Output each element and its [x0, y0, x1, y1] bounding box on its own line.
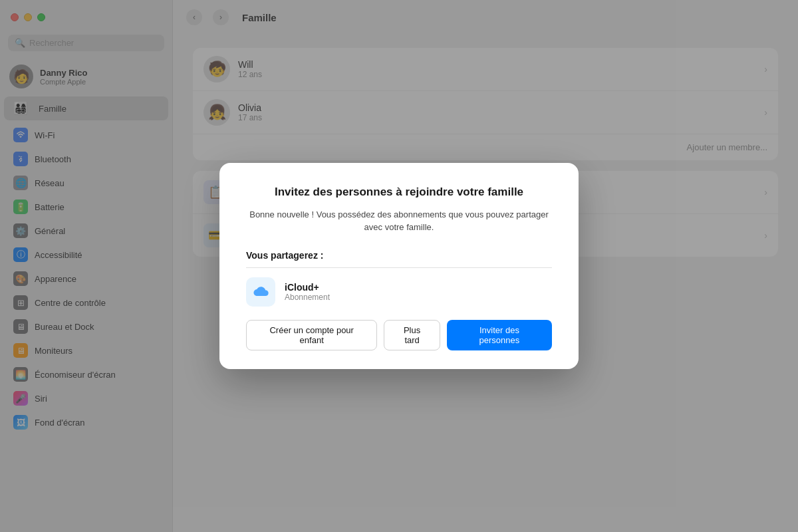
modal-overlay: Invitez des personnes à rejoindre votre …	[0, 0, 798, 532]
invite-button[interactable]: Inviter des personnes	[447, 320, 552, 350]
icloud-name: iCloud+	[285, 282, 330, 293]
icloud-info: iCloud+ Abonnement	[285, 282, 330, 302]
modal-title: Invitez des personnes à rejoindre votre …	[246, 184, 552, 200]
modal-item-icloud: iCloud+ Abonnement	[246, 277, 552, 307]
create-child-button[interactable]: Créer un compte pour enfant	[246, 320, 377, 350]
icloud-icon	[246, 277, 275, 307]
modal-subtitle: Bonne nouvelle ! Vous possédez des abonn…	[246, 208, 552, 234]
icloud-type: Abonnement	[285, 293, 330, 302]
modal-buttons: Créer un compte pour enfant Plus tard In…	[246, 320, 552, 350]
later-button[interactable]: Plus tard	[384, 320, 440, 350]
modal-divider	[246, 267, 552, 268]
modal-section-label: Vous partagerez :	[246, 250, 552, 261]
invite-modal: Invitez des personnes à rejoindre votre …	[219, 163, 579, 369]
